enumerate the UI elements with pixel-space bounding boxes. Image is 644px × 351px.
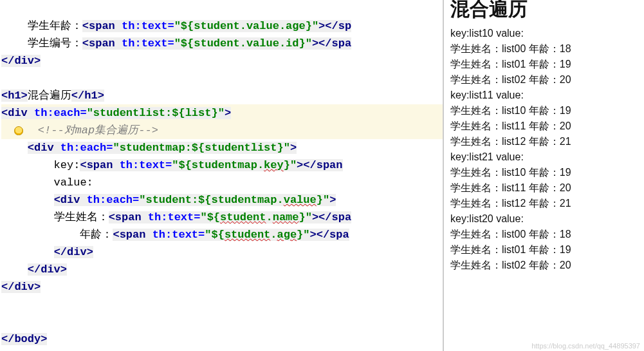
output-row: 学生姓名：list01 年龄：19 bbox=[450, 57, 639, 72]
lightbulb-icon[interactable] bbox=[14, 126, 23, 135]
output-row: 学生姓名：list12 年龄：21 bbox=[450, 134, 639, 149]
comment: <!--对map集合遍历--> bbox=[38, 124, 158, 137]
code-line: 学生姓名：<span th:text="${student.name}"></s… bbox=[1, 211, 351, 223]
code-line: key:<span th:text="${studentmap.key}"></… bbox=[1, 159, 343, 171]
code-line: value: bbox=[1, 176, 93, 189]
attr-thtext: th:text bbox=[148, 211, 194, 223]
output-group-header: key:list10 value: bbox=[450, 26, 639, 41]
attr-theach: th:each bbox=[60, 142, 106, 154]
h1-text: 混合遍历 bbox=[28, 90, 71, 102]
output-body: key:list10 value:学生姓名：list00 年龄：18学生姓名：l… bbox=[450, 26, 639, 273]
wavy-age: age bbox=[277, 229, 297, 241]
output-row: 学生姓名：list02 年龄：20 bbox=[450, 72, 639, 88]
output-row: 学生姓名：list11 年龄：20 bbox=[450, 119, 639, 134]
highlighted-line: <div th:each="studentlist:${list}"> bbox=[1, 104, 443, 122]
attr-thtext: th:text bbox=[122, 20, 167, 32]
code-line: </body> bbox=[1, 333, 47, 345]
tag-span: span bbox=[87, 159, 113, 171]
output-row: 学生姓名：list10 年龄：19 bbox=[450, 103, 639, 119]
code-line: </div> bbox=[1, 55, 41, 67]
output-row: 学生姓名：list02 年龄：20 bbox=[450, 258, 639, 273]
browser-preview: 混合遍历 key:list10 value:学生姓名：list00 年龄：18学… bbox=[443, 0, 644, 351]
tag-div: div bbox=[14, 55, 34, 67]
tag-div: div bbox=[67, 246, 87, 258]
code-line: <div th:each="studentmap:${studentlist}"… bbox=[1, 142, 297, 154]
output-row: 学生姓名：list12 年龄：21 bbox=[450, 196, 639, 211]
attr-thtext: th:text bbox=[122, 37, 167, 50]
tag-div: div bbox=[14, 281, 34, 293]
expr: ${student.value.id} bbox=[181, 37, 306, 50]
code-line: </div> bbox=[1, 263, 67, 276]
code-line: </div> bbox=[1, 246, 93, 258]
output-group-header: key:list20 value: bbox=[450, 211, 639, 227]
output-row: 学生姓名：list10 年龄：19 bbox=[450, 165, 639, 180]
code-line: <div th:each="student:${studentmap.value… bbox=[1, 194, 336, 206]
code-line: 学生年龄：<span th:text="${student.value.age}… bbox=[1, 20, 351, 32]
code-line bbox=[1, 316, 8, 328]
tag-div: div bbox=[34, 142, 54, 154]
tag-h1: h1 bbox=[8, 90, 21, 102]
text-literal: key: bbox=[1, 159, 80, 171]
attr-thtext: th:text bbox=[152, 229, 198, 241]
wavy-name: name bbox=[273, 211, 299, 223]
tag-h1: h1 bbox=[84, 90, 97, 102]
code-line: 年龄：<span th:text="${student.age}"></spa bbox=[1, 229, 349, 241]
output-row: 学生姓名：list00 年龄：18 bbox=[450, 227, 639, 242]
tag-span: span bbox=[120, 229, 146, 241]
code-line: </div> bbox=[1, 281, 41, 293]
text-literal: 学生年龄： bbox=[1, 20, 82, 32]
output-group-header: key:list11 value: bbox=[450, 88, 639, 103]
wavy-student: student bbox=[225, 229, 270, 241]
wavy-key: key bbox=[264, 159, 284, 171]
expr: ${student.value.age} bbox=[181, 20, 312, 32]
wavy-value: value bbox=[284, 194, 317, 206]
output-heading: 混合遍历 bbox=[450, 1, 639, 17]
code-line: <h1>混合遍历</h1> bbox=[1, 90, 104, 102]
output-row: 学生姓名：list01 年龄：19 bbox=[450, 242, 639, 258]
tag-div: div bbox=[60, 194, 80, 206]
text-literal: 学生姓名： bbox=[1, 211, 109, 223]
code-line bbox=[1, 72, 8, 84]
tag-span: span bbox=[115, 211, 142, 223]
attr-theach: th:each bbox=[87, 194, 133, 206]
tag-body: body bbox=[14, 333, 41, 345]
tag-div: div bbox=[8, 107, 28, 119]
output-group-header: key:list21 value: bbox=[450, 149, 639, 165]
tag-div: div bbox=[41, 263, 60, 276]
expr: "studentmap:${studentlist}" bbox=[113, 142, 290, 154]
text-literal: 年龄： bbox=[1, 229, 113, 241]
output-row: 学生姓名：list00 年龄：18 bbox=[450, 41, 639, 57]
code-editor[interactable]: 学生年龄：<span th:text="${student.value.age}… bbox=[0, 0, 443, 351]
watermark: https://blog.csdn.net/qq_44895397 bbox=[531, 342, 640, 350]
attr-thtext: th:text bbox=[120, 159, 165, 171]
code-line bbox=[1, 298, 8, 310]
text-literal: value: bbox=[1, 176, 93, 189]
code-line: 学生编号：<span th:text="${student.value.id}"… bbox=[1, 37, 351, 50]
hint-line: <!--对map集合遍历--> bbox=[1, 122, 443, 139]
expr: "studentlist:${list}" bbox=[87, 107, 225, 119]
attr-theach: th:each bbox=[34, 107, 80, 119]
output-row: 学生姓名：list11 年龄：20 bbox=[450, 180, 639, 196]
text-literal: 学生编号： bbox=[1, 37, 82, 50]
wavy-student: student bbox=[220, 211, 266, 223]
